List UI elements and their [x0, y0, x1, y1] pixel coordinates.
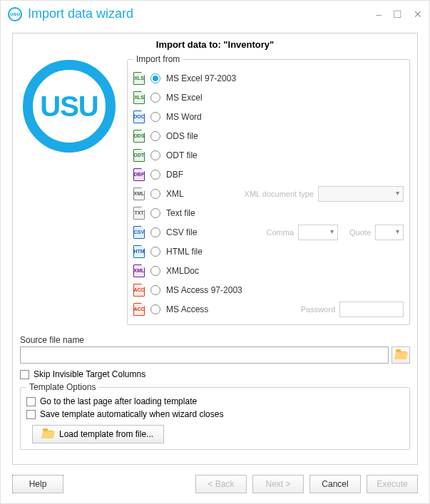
import-wizard-window: usu Import data wizard – ☐ ✕ Import data… [0, 0, 430, 504]
template-options-legend: Template Options [26, 382, 98, 392]
import-from-group: Import from XLSMS Excel 97-2003XLSMS Exc… [127, 54, 410, 325]
panel-title: Import data to: "Inventory" [20, 39, 410, 50]
import-option-radio[interactable] [150, 266, 160, 276]
help-button[interactable]: Help [12, 475, 63, 493]
maximize-button[interactable]: ☐ [393, 9, 402, 20]
file-type-icon: TXT [133, 207, 145, 220]
footer: Help < Back Next > Cancel Execute [1, 468, 429, 503]
folder-open-icon [43, 431, 53, 438]
import-option-row: CSVCSV fileCommaQuote [133, 222, 404, 242]
xml-doc-type-combo[interactable] [318, 186, 404, 202]
file-type-icon: XML [133, 187, 145, 200]
goto-last-label: Go to the last page after loading templa… [40, 396, 197, 406]
import-option-label: XMLDoc [166, 266, 199, 276]
import-option-label: ODT file [166, 150, 198, 160]
load-template-button[interactable]: Load template from file... [32, 425, 164, 443]
import-option-label: CSV file [166, 227, 197, 237]
import-option-label: MS Word [166, 112, 202, 122]
import-option-radio[interactable] [150, 150, 160, 160]
template-options-group: Template Options Go to the last page aft… [20, 382, 410, 450]
import-option-label: Text file [166, 208, 195, 218]
import-option-radio[interactable] [150, 93, 160, 103]
minimize-button[interactable]: – [376, 9, 382, 20]
import-option-radio[interactable] [150, 131, 160, 141]
brand-logo: USU [23, 60, 116, 153]
titlebar: usu Import data wizard – ☐ ✕ [1, 1, 429, 26]
import-option-row: TXTText file [133, 203, 404, 222]
import-option-label: MS Access 97-2003 [166, 285, 242, 295]
file-type-icon: ACC [133, 284, 145, 297]
import-option-row: HTMHTML file [133, 242, 404, 261]
file-type-icon: HTM [133, 245, 145, 258]
execute-button[interactable]: Execute [367, 475, 418, 493]
import-option-radio[interactable] [150, 285, 160, 295]
import-option-row: XLSMS Excel [133, 88, 404, 107]
import-option-radio[interactable] [150, 112, 160, 122]
import-from-legend: Import from [133, 54, 183, 64]
window-title: Import data wizard [28, 6, 376, 21]
import-option-row: DOCMS Word [133, 107, 404, 126]
import-option-row: XLSMS Excel 97-2003 [133, 68, 404, 88]
import-option-radio[interactable] [150, 227, 160, 237]
auto-save-label: Save template automatically when wizard … [40, 409, 223, 419]
import-option-radio[interactable] [150, 304, 160, 314]
import-option-label: ODS file [166, 131, 198, 141]
import-option-radio[interactable] [150, 247, 160, 257]
import-option-label: MS Excel 97-2003 [166, 73, 236, 83]
next-button[interactable]: Next > [252, 475, 304, 493]
file-type-icon: ODS [133, 130, 145, 143]
back-button[interactable]: < Back [195, 475, 247, 493]
quote-label: Quote [349, 228, 371, 237]
import-option-label: DBF [166, 170, 183, 180]
import-option-row: ODSODS file [133, 126, 404, 145]
file-type-icon: DOC [133, 110, 145, 123]
comma-combo[interactable] [298, 225, 338, 240]
comma-label: Comma [267, 228, 295, 237]
import-option-row: XMLXMLXML document type [133, 184, 404, 203]
source-file-input[interactable] [20, 346, 389, 364]
import-option-radio[interactable] [150, 73, 160, 83]
skip-invisible-label: Skip Invisible Target Columns [34, 369, 145, 379]
goto-last-checkbox[interactable] [26, 397, 36, 406]
file-type-icon: CSV [133, 226, 145, 239]
quote-combo[interactable] [375, 225, 404, 240]
file-type-icon: XLS [133, 91, 145, 104]
import-option-label: MS Access [166, 304, 208, 314]
file-type-icon: XLS [133, 72, 145, 85]
import-option-radio[interactable] [150, 170, 160, 180]
file-type-icon: XML [133, 264, 145, 277]
app-icon: usu [8, 7, 22, 21]
import-option-row: ODTODT file [133, 145, 404, 165]
import-option-row: DBFDBF [133, 165, 404, 184]
source-file-label: Source file name [20, 335, 410, 345]
import-option-row: XMLXMLDoc [133, 261, 404, 280]
browse-button[interactable] [391, 346, 410, 364]
import-option-radio[interactable] [150, 189, 160, 199]
import-option-row: ACCMS Access 97-2003 [133, 280, 404, 299]
folder-open-icon [396, 351, 406, 359]
file-type-icon: ODT [133, 149, 145, 162]
skip-invisible-checkbox[interactable] [20, 370, 29, 379]
password-label: Password [301, 305, 335, 314]
xml-doc-type-label: XML document type [245, 190, 314, 198]
password-input[interactable] [339, 302, 404, 317]
auto-save-checkbox[interactable] [26, 410, 36, 419]
close-button[interactable]: ✕ [414, 9, 422, 20]
import-option-label: HTML file [166, 247, 203, 257]
import-option-label: XML [166, 189, 184, 199]
file-type-icon: ACC [133, 303, 145, 316]
import-option-row: ACCMS AccessPassword [133, 299, 404, 319]
import-option-radio[interactable] [150, 208, 160, 218]
file-type-icon: DBF [133, 168, 145, 181]
import-option-label: MS Excel [166, 93, 203, 103]
cancel-button[interactable]: Cancel [309, 475, 361, 493]
